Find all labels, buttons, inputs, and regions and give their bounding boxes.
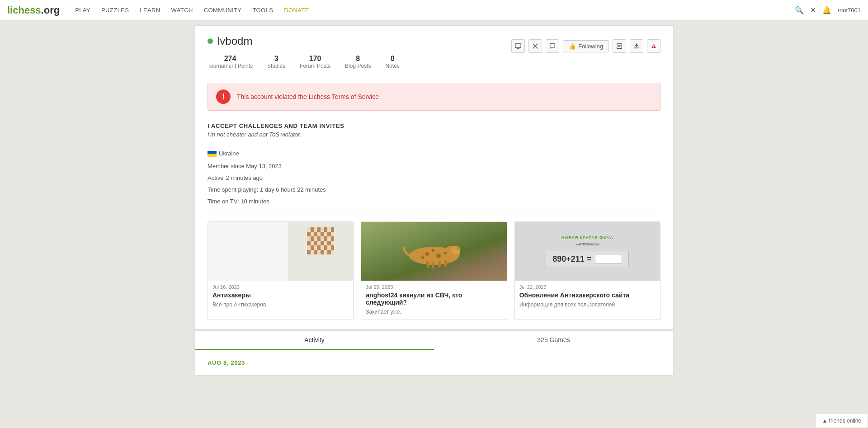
stat-forum-posts[interactable]: 170 Forum Posts	[300, 55, 330, 69]
nav-learn[interactable]: LEARN	[135, 5, 165, 15]
violation-banner: ! This account violated the Lichess Term…	[208, 83, 660, 111]
country-row: Ukraine	[208, 148, 660, 160]
nav-donate[interactable]: DONATE	[279, 5, 314, 15]
violation-icon: !	[216, 89, 231, 104]
time-tv-label: Time on TV:	[208, 198, 239, 205]
time-playing-row: Time spent playing: 1 day 6 hours 22 min…	[208, 184, 660, 196]
svg-point-14	[436, 254, 441, 258]
blog-card-date-3: Jul 22, 2023	[515, 281, 660, 290]
country-name: Ukraine	[219, 148, 239, 160]
profile-header: lvbodm	[208, 35, 511, 47]
blog-card-title-2: anghost24 кикнули из СВЧ, кто следующий?	[361, 290, 506, 308]
blog-card-title-3: Обновление Антихакерского сайта	[515, 290, 660, 301]
bio-text: I'm not cheater and not ToS violator.	[208, 131, 660, 138]
blog-card-excerpt-3: Информация для всех пользователей	[515, 301, 660, 312]
following-label: Following	[578, 43, 603, 50]
blog-card-date-1: Jul 26, 2023	[208, 281, 353, 290]
svg-point-18	[456, 246, 460, 250]
online-indicator	[208, 38, 213, 44]
nav-right-actions: 🔍 ✕ 🔔 root7001	[795, 6, 861, 14]
activity-date: AUG 8, 2023	[208, 359, 660, 366]
svg-rect-5	[617, 44, 622, 49]
activity-section: AUG 8, 2023	[195, 350, 673, 375]
blog-card-excerpt-2: Закипает уже..	[361, 308, 506, 320]
blog-card-1[interactable]: Jul 26, 2023 Антихакеры Всё про Антихаке…	[208, 221, 354, 320]
time-playing-label: Time spent playing:	[208, 186, 258, 193]
blog-card-2[interactable]: Jul 25, 2023 anghost24 кикнули из СВЧ, к…	[361, 221, 507, 320]
stat-studies[interactable]: 3 Studies	[267, 55, 285, 69]
following-button[interactable]: 👍 Following	[563, 40, 609, 52]
profile-username: lvbodm	[217, 35, 252, 47]
nav-play[interactable]: PLAY	[71, 5, 95, 15]
thumb-up-icon: 👍	[569, 43, 576, 50]
svg-rect-21	[438, 261, 441, 268]
svg-rect-20	[432, 262, 434, 268]
nav-tools[interactable]: TOOLS	[248, 5, 278, 15]
active-label: Active	[208, 172, 223, 184]
search-icon[interactable]: 🔍	[795, 6, 804, 14]
ukraine-flag	[208, 151, 217, 157]
friends-online-label: ▲ friends online	[822, 418, 861, 424]
nav-puzzles[interactable]: PUZZLES	[97, 5, 133, 15]
math-subtitle: Антихакеры	[576, 242, 599, 246]
profile-stats: 274 Tournament Points 3 Studies 170 Foru…	[208, 55, 511, 76]
tabs-bar: Activity 325 Games	[195, 331, 673, 350]
stat-tournament-points[interactable]: 274 Tournament Points	[208, 55, 253, 69]
math-equation-text: 890+211 =	[552, 254, 591, 264]
blog-card-3[interactable]: НОВАЯ КРУТАЯ ФИЧА Антихакеры 890+211 = J…	[514, 221, 660, 320]
svg-rect-0	[515, 44, 521, 48]
bio-title: I ACCEPT CHALLENGES AND TEAM INVITES	[208, 122, 660, 129]
blog-image-3: НОВАЯ КРУТАЯ ФИЧА Антихакеры 890+211 =	[515, 222, 660, 281]
bell-icon[interactable]: 🔔	[822, 6, 831, 14]
close-icon[interactable]: ✕	[810, 6, 816, 14]
profile-meta: Ukraine Member since May 13, 2023 Active…	[208, 143, 660, 212]
svg-point-15	[444, 252, 447, 254]
profile-top-row: lvbodm 274 Tournament Points 3 Studies 1…	[208, 35, 660, 76]
time-tv-value: 10 minutes	[241, 198, 269, 205]
navbar: lichess.org PLAY PUZZLES LEARN WATCH COM…	[0, 0, 868, 21]
cross-icon[interactable]	[528, 39, 542, 53]
chat-icon[interactable]	[546, 39, 559, 53]
active-row: Active 2 minutes ago	[208, 172, 660, 184]
profile-card: lvbodm 274 Tournament Points 3 Studies 1…	[194, 25, 674, 329]
nav-community[interactable]: COMMUNITY	[199, 5, 246, 15]
blog-image-1	[208, 222, 353, 281]
svg-point-13	[432, 249, 434, 252]
nav-username[interactable]: root7001	[838, 7, 861, 14]
math-header: НОВАЯ КРУТАЯ ФИЧА	[561, 235, 613, 240]
tv-icon[interactable]	[511, 39, 525, 53]
member-since: Member since May 13, 2023	[208, 160, 660, 172]
svg-rect-8	[634, 48, 639, 48]
bio-section: I ACCEPT CHALLENGES AND TEAM INVITES I'm…	[208, 117, 660, 143]
violation-message: This account violated the Lichess Terms …	[237, 93, 379, 100]
blog-card-title-1: Антихакеры	[208, 290, 353, 301]
stat-blog-posts[interactable]: 8 Blog Posts	[345, 55, 371, 69]
blog-image-2	[361, 222, 506, 281]
nav-links: PLAY PUZZLES LEARN WATCH COMMUNITY TOOLS…	[71, 5, 795, 15]
svg-rect-22	[444, 260, 447, 267]
active-time: 2 minutes ago	[226, 172, 263, 184]
time-playing-value: 1 day 6 hours 22 minutes	[260, 186, 326, 193]
stat-notes[interactable]: 0 Notes	[385, 55, 399, 69]
download-icon[interactable]	[630, 39, 643, 53]
svg-point-12	[425, 252, 429, 256]
site-logo[interactable]: lichess.org	[7, 5, 60, 16]
time-tv-row: Time on TV: 10 minutes	[208, 196, 660, 207]
svg-point-16	[421, 256, 424, 259]
profile-left: lvbodm 274 Tournament Points 3 Studies 1…	[208, 35, 511, 76]
friends-online-bar[interactable]: ▲ friends online	[815, 414, 868, 428]
blog-posts-section: Jul 26, 2023 Антихакеры Всё про Антихаке…	[208, 212, 660, 329]
tab-games[interactable]: 325 Games	[434, 331, 673, 350]
nav-watch[interactable]: WATCH	[167, 5, 198, 15]
svg-text:!: !	[653, 45, 654, 48]
report-icon[interactable]: !	[647, 39, 660, 53]
main-container: lvbodm 274 Tournament Points 3 Studies 1…	[194, 25, 674, 394]
tabs-section: Activity 325 Games AUG 8, 2023	[194, 330, 674, 376]
note-icon[interactable]	[613, 39, 626, 53]
blog-card-date-2: Jul 25, 2023	[361, 281, 506, 290]
math-equation-display: 890+211 =	[546, 251, 629, 267]
blog-card-excerpt-1: Всё про Антихакеров	[208, 301, 353, 312]
profile-actions: 👍 Following !	[511, 35, 660, 53]
tab-activity[interactable]: Activity	[195, 331, 434, 350]
